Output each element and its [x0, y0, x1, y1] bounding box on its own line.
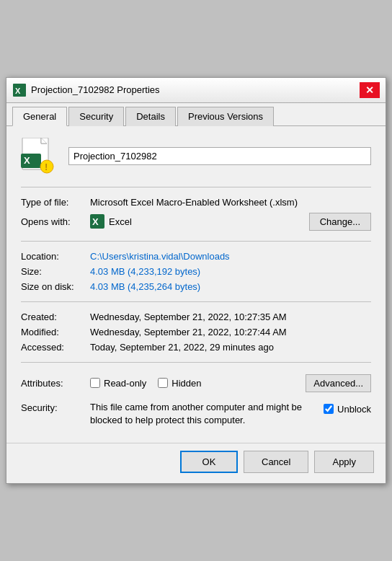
type-row: Type of file: Microsoft Excel Macro-Enab…: [21, 195, 371, 210]
opens-with-label: Opens with:: [21, 216, 90, 227]
accessed-value: Today, September 21, 2022, 29 minutes ag…: [90, 342, 274, 353]
type-value: Microsoft Excel Macro-Enabled Worksheet …: [90, 197, 298, 208]
properties-window: X Projection_7102982 Properties ✕ Genera…: [6, 77, 386, 484]
readonly-label: Read-only: [104, 378, 146, 389]
file-name-input[interactable]: [68, 147, 371, 165]
size-on-disk-label: Size on disk:: [21, 281, 90, 292]
readonly-checkbox-item[interactable]: Read-only: [90, 378, 146, 389]
readonly-checkbox[interactable]: [90, 378, 100, 388]
svg-text:X: X: [92, 216, 99, 227]
size-label: Size:: [21, 266, 90, 277]
cancel-button[interactable]: Cancel: [244, 451, 308, 473]
ok-button[interactable]: OK: [180, 451, 238, 473]
modified-label: Modified:: [21, 327, 90, 337]
accessed-row: Accessed: Today, September 21, 2022, 29 …: [21, 340, 371, 355]
unblock-container: Unblock: [324, 401, 371, 415]
checkbox-group: Read-only Hidden: [90, 378, 306, 389]
security-row: Security: This file came from another co…: [21, 397, 371, 431]
close-button[interactable]: ✕: [360, 82, 380, 98]
security-label: Security:: [21, 401, 90, 413]
modified-row: Modified: Wednesday, September 21, 2022,…: [21, 324, 371, 340]
modified-value: Wednesday, September 21, 2022, 10:27:44 …: [90, 327, 287, 337]
window-title: Projection_7102982 Properties: [31, 84, 360, 95]
tab-details[interactable]: Details: [125, 107, 176, 126]
attributes-row: Attributes: Read-only Hidden Advanced...: [21, 370, 371, 397]
created-label: Created:: [21, 312, 90, 322]
divider-4: [21, 362, 371, 363]
change-button[interactable]: Change...: [309, 213, 371, 231]
tab-bar: General Security Details Previous Versio…: [6, 103, 386, 126]
opens-with-app: Excel: [109, 216, 309, 227]
divider-1: [21, 187, 371, 187]
created-value: Wednesday, September 21, 2022, 10:27:35 …: [90, 312, 287, 322]
accessed-label: Accessed:: [21, 342, 90, 353]
tab-general[interactable]: General: [12, 107, 67, 126]
tab-previous-versions[interactable]: Previous Versions: [177, 107, 274, 126]
button-bar: OK Cancel Apply: [6, 443, 386, 483]
created-row: Created: Wednesday, September 21, 2022, …: [21, 309, 371, 324]
unblock-checkbox[interactable]: [324, 404, 334, 414]
file-header: X !: [21, 138, 371, 175]
title-bar: X Projection_7102982 Properties ✕: [6, 78, 386, 103]
size-on-disk-row: Size on disk: 4.03 MB (4,235,264 bytes): [21, 279, 371, 294]
size-on-disk-value: 4.03 MB (4,235,264 bytes): [90, 281, 200, 292]
apply-button[interactable]: Apply: [314, 451, 374, 473]
opens-with-row: Opens with: X Excel Change...: [21, 210, 371, 234]
location-row: Location: C:\Users\kristina.vidal\Downlo…: [21, 249, 371, 264]
advanced-button[interactable]: Advanced...: [306, 374, 371, 392]
file-icon: X !: [21, 138, 58, 175]
location-value: C:\Users\kristina.vidal\Downloads: [90, 251, 230, 262]
svg-text:X: X: [24, 155, 30, 166]
attributes-label: Attributes:: [21, 378, 90, 389]
tab-security[interactable]: Security: [68, 107, 124, 126]
divider-3: [21, 301, 371, 302]
type-label: Type of file:: [21, 197, 90, 208]
svg-text:!: !: [45, 162, 48, 172]
hidden-checkbox-item[interactable]: Hidden: [158, 378, 201, 389]
svg-text:X: X: [15, 87, 21, 95]
location-label: Location:: [21, 251, 90, 262]
divider-2: [21, 241, 371, 242]
excel-mini-icon: X: [90, 214, 104, 229]
tab-content: X ! Type of file: Microsoft Excel Macro-…: [6, 126, 386, 443]
security-text: This file came from another computer and…: [90, 401, 316, 427]
title-bar-icon: X: [12, 83, 27, 97]
security-content: This file came from another computer and…: [90, 401, 371, 427]
size-value: 4.03 MB (4,233,192 bytes): [90, 266, 200, 277]
hidden-label: Hidden: [172, 378, 201, 389]
hidden-checkbox[interactable]: [158, 378, 168, 388]
size-row: Size: 4.03 MB (4,233,192 bytes): [21, 264, 371, 279]
unblock-label: Unblock: [337, 404, 371, 415]
opens-with-content: X Excel Change...: [90, 213, 371, 231]
